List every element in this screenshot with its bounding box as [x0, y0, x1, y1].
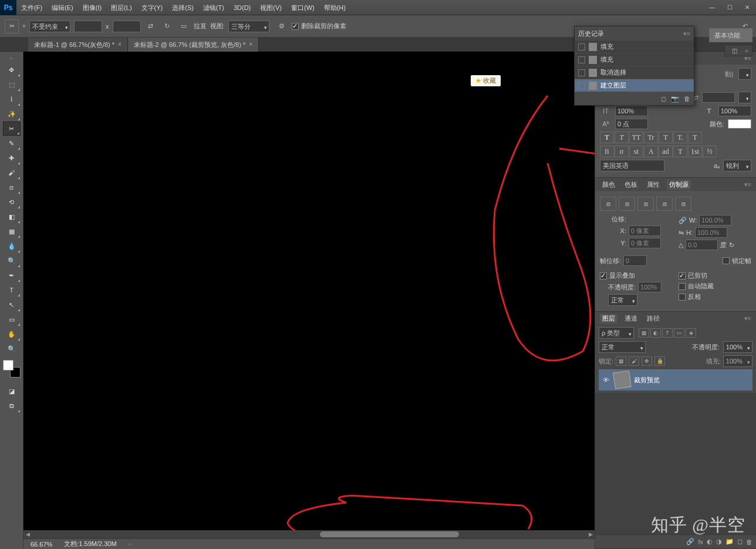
filter-type-icon[interactable]: T: [662, 328, 673, 338]
straighten-icon[interactable]: ▭: [177, 20, 190, 33]
crop-overlay-dropdown[interactable]: 三等分: [228, 21, 269, 32]
menu-layer[interactable]: 图层(L): [106, 0, 136, 15]
workspace-switcher[interactable]: 基本功能: [709, 28, 752, 42]
menu-3d[interactable]: 3D(D): [229, 0, 255, 15]
ligature-button[interactable]: fi: [600, 146, 614, 157]
lock-all-icon[interactable]: 🔒: [654, 356, 665, 366]
window-close[interactable]: ✕: [738, 2, 756, 14]
lock-frame-checkbox[interactable]: [723, 257, 730, 264]
doc-tab-2[interactable]: 未标题-2 @ 66.7% (裁剪预览, 灰色/8) * ×: [128, 38, 259, 52]
panel-menu-icon[interactable]: ▾≡: [744, 315, 751, 322]
group-icon[interactable]: 📁: [725, 538, 734, 545]
discretionary-button[interactable]: st: [629, 146, 643, 157]
zoom-tool[interactable]: 🔍: [3, 342, 21, 356]
blend-mode-dropdown[interactable]: 正常: [599, 341, 646, 353]
lock-trans-icon[interactable]: ▦: [616, 356, 626, 366]
crop-height-input[interactable]: [113, 21, 141, 32]
reset-angle-icon[interactable]: ↻: [729, 241, 734, 249]
crop-width-input[interactable]: [74, 21, 102, 32]
color-tab[interactable]: 颜色: [600, 180, 617, 190]
clone-src-5[interactable]: ⧈: [675, 197, 691, 211]
history-panel[interactable]: 历史记录 ▾≡ 填充 填充 取消选择 建立图层 ◻ 📷 🗑: [574, 26, 694, 106]
gear-icon[interactable]: ⚙: [275, 20, 288, 33]
doc-tab-1[interactable]: 未标题-1 @ 66.7%(灰色/8) * ×: [28, 38, 128, 52]
collapse-toolbox-icon[interactable]: »: [3, 54, 21, 62]
shape-tool[interactable]: ▭: [3, 312, 21, 326]
subscript-button[interactable]: T.: [673, 132, 687, 143]
history-item-newlayer[interactable]: 建立图层: [575, 79, 694, 92]
clone-src-4[interactable]: ⧈: [656, 197, 673, 211]
paths-tab[interactable]: 路径: [644, 314, 662, 324]
menu-help[interactable]: 帮助(H): [319, 0, 350, 15]
healing-tool[interactable]: ✚: [3, 151, 21, 165]
move-tool[interactable]: ✥: [3, 63, 21, 77]
fractions-button[interactable]: ½: [703, 146, 717, 157]
hand-tool[interactable]: ✋: [3, 327, 21, 341]
properties-tab[interactable]: 属性: [644, 180, 662, 190]
delete-layer-icon[interactable]: 🗑: [746, 538, 752, 545]
vscale-input[interactable]: 100%: [615, 106, 648, 116]
crop-constraint-dropdown[interactable]: 不受约束: [29, 21, 70, 32]
hscale-input[interactable]: 100%: [718, 106, 751, 116]
filter-pixel-icon[interactable]: ▦: [639, 328, 649, 338]
bold-button[interactable]: T: [600, 132, 614, 143]
layer-name[interactable]: 裁剪预览: [634, 376, 660, 385]
swap-dimensions-button[interactable]: ⇄: [144, 20, 157, 33]
layer-opacity-input[interactable]: 100%: [723, 341, 752, 353]
tab-close-icon[interactable]: ×: [249, 38, 252, 52]
clone-src-2[interactable]: ⧈: [619, 197, 635, 211]
stylistic-button[interactable]: ad: [659, 146, 673, 157]
color-swatches[interactable]: [3, 360, 21, 378]
contextual-button[interactable]: σ: [615, 146, 629, 157]
marquee-tool[interactable]: ⬚: [3, 78, 21, 92]
delete-cropped-checkbox[interactable]: [292, 23, 299, 30]
history-item-fill-2[interactable]: 填充: [575, 53, 694, 66]
offset-y-input[interactable]: 0 像素: [629, 238, 661, 248]
w-input[interactable]: 100.0%: [699, 215, 731, 225]
new-layer-icon[interactable]: ◻: [737, 538, 743, 545]
menu-filter[interactable]: 滤镜(T): [198, 0, 229, 15]
camera-icon[interactable]: 📷: [671, 95, 679, 103]
scroll-left-arrow[interactable]: ◀: [23, 531, 32, 537]
quickmask-tool[interactable]: ◪: [3, 384, 21, 398]
eraser-tool[interactable]: ◧: [3, 210, 21, 224]
dodge-tool[interactable]: 🔍: [3, 254, 21, 268]
magic-wand-tool[interactable]: ✨: [3, 107, 21, 121]
antialias-dropdown[interactable]: 锐利: [723, 160, 751, 171]
layers-tab[interactable]: 图层: [600, 314, 617, 324]
adjustment-icon[interactable]: ◑: [716, 538, 722, 545]
swash-button[interactable]: A: [644, 146, 658, 157]
visibility-icon[interactable]: 👁: [601, 376, 610, 383]
stamp-tool[interactable]: ⧈: [3, 180, 21, 194]
autohide-checkbox[interactable]: [679, 283, 686, 290]
scroll-thumb[interactable]: [320, 531, 458, 537]
italic-button[interactable]: T: [615, 132, 629, 143]
zoom-level[interactable]: 66.67%: [31, 541, 52, 548]
delete-state-icon[interactable]: 🗑: [684, 95, 690, 102]
brush-tool[interactable]: 🖌: [3, 166, 21, 180]
history-item-deselect[interactable]: 取消选择: [575, 66, 694, 79]
eyedropper-tool[interactable]: ✎: [3, 136, 21, 150]
ordinals-button[interactable]: 1st: [688, 146, 702, 157]
menu-image[interactable]: 图像(I): [78, 0, 106, 15]
type-tool[interactable]: T: [3, 283, 21, 297]
offset-x-input[interactable]: 0 像素: [629, 225, 661, 236]
flip-icon[interactable]: ⇋: [679, 229, 684, 237]
blur-tool[interactable]: 💧: [3, 239, 21, 253]
smallcaps-button[interactable]: Tr: [644, 132, 658, 143]
screenmode-tool[interactable]: ⧉: [3, 399, 21, 413]
panel-menu-icon[interactable]: ▾≡: [683, 30, 690, 38]
overlay-opacity-input[interactable]: 100%: [638, 282, 662, 292]
filter-shape-icon[interactable]: ▭: [674, 328, 684, 338]
h-input[interactable]: 100.0%: [695, 227, 727, 238]
invert-checkbox[interactable]: [679, 294, 686, 301]
panel-menu-icon[interactable]: ▾≡: [744, 181, 751, 188]
menu-window[interactable]: 窗口(W): [286, 0, 319, 15]
menu-select[interactable]: 选择(S): [167, 0, 198, 15]
frame-offset-input[interactable]: 0: [623, 255, 647, 266]
tracking-input[interactable]: [702, 92, 735, 103]
overlay-mode-dropdown[interactable]: 正常: [608, 294, 637, 306]
layer-filter-kind[interactable]: ρ 类型: [599, 327, 634, 339]
link-icon[interactable]: 🔗: [679, 217, 687, 224]
menu-type[interactable]: 文字(Y): [137, 0, 168, 15]
